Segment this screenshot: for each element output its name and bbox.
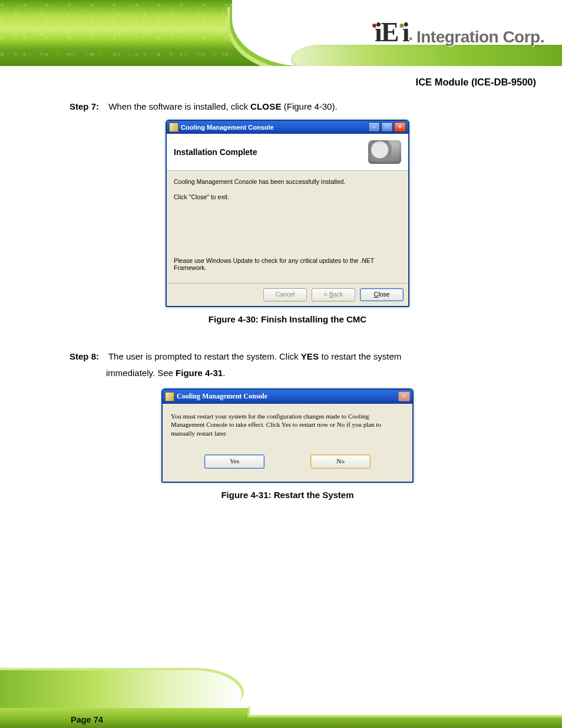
brand-logo: •iE•i. Integration Corp. (371, 17, 544, 48)
logo-tagline: Integration Corp. (416, 28, 544, 47)
step-figure-ref: Figure 4-31 (176, 368, 223, 378)
dialog-message: You must restart your system for the con… (171, 412, 404, 439)
maximize-button[interactable]: □ (381, 122, 393, 132)
titlebar: Cooling Management Console – □ × (167, 121, 408, 134)
step-8: Step 8: The user is prompted to restart … (70, 350, 505, 364)
logo-mark: •iE•i. (371, 17, 412, 48)
back-label: B (329, 291, 333, 298)
figure-caption-2: Figure 4-31: Restart the System (70, 490, 505, 500)
step-bold: C (250, 101, 257, 111)
step-number: Step 7: (70, 100, 106, 114)
installer-window: Cooling Management Console – □ × Install… (166, 120, 409, 307)
step-smallcaps: LOSE (257, 101, 282, 111)
dialog-body: You must restart your system for the con… (163, 404, 412, 482)
step-bold-a: Y (301, 351, 307, 361)
step-smallcaps-a: ES (307, 351, 322, 361)
logo-dot-green: • (399, 17, 404, 34)
cancel-button[interactable]: Cancel (263, 288, 307, 301)
step-text-d: . (223, 368, 225, 378)
page-number: Page 74 (71, 715, 103, 724)
step-text: When the software is installed, click (108, 101, 250, 111)
step-7: Step 7: When the software is installed, … (70, 100, 505, 114)
step-number: Step 8: (70, 350, 106, 364)
bottom-swoosh-left (0, 670, 242, 711)
installer-banner-icon (368, 140, 401, 164)
installer-header: Installation Complete (167, 134, 408, 171)
logo-trailing-dot: . (408, 24, 412, 44)
installer-heading: Installation Complete (174, 147, 257, 157)
installer-line-1: Cooling Management Console has been succ… (174, 178, 401, 185)
dialog-button-row: Yes No (171, 454, 404, 477)
swoosh-secondary (291, 45, 562, 66)
top-banner: •iE•i. Integration Corp. (0, 0, 562, 66)
step-text-tail: (Figure 4-30). (282, 101, 338, 111)
dialog-title: Cooling Management Console (177, 392, 398, 401)
logo-dot-red: • (372, 17, 376, 34)
close-window-button[interactable]: × (398, 391, 410, 401)
step-8-cont: immediately. See Figure 4-31. (70, 367, 505, 380)
figure-caption-1: Figure 4-30: Finish Installing the CMC (70, 314, 505, 324)
window-title: Cooling Management Console (181, 124, 368, 131)
window-controls: – □ × (368, 122, 406, 132)
titlebar: Cooling Management Console × (163, 390, 412, 404)
yes-button[interactable]: Yes (204, 454, 265, 469)
no-button[interactable]: No (310, 454, 371, 469)
logo-text-pre: iE (375, 17, 398, 47)
bottom-swoosh-right (250, 697, 562, 715)
restart-dialog: Cooling Management Console × You must re… (161, 388, 414, 483)
installer-icon (169, 123, 178, 132)
back-arrow: < (324, 291, 329, 298)
document-body: Step 7: When the software is installed, … (70, 100, 505, 526)
bottom-banner: Page 74 (0, 669, 562, 728)
back-button[interactable]: < Back (312, 288, 355, 301)
step-text-b: to restart the system (321, 351, 401, 361)
minimize-button[interactable]: – (368, 122, 380, 132)
installer-note: Please use Windows Update to check for a… (174, 257, 401, 271)
installer-footer: Cancel < Back Close (167, 283, 408, 306)
installer-line-2: Click "Close" to exit. (174, 193, 401, 200)
product-title: ICE Module (ICE-DB-9500) (416, 77, 536, 88)
step-text: The user is prompted to restart the syst… (108, 351, 301, 361)
window-controls: × (398, 391, 410, 401)
close-mnemonic: C (374, 291, 379, 298)
close-window-button[interactable]: × (394, 122, 406, 132)
close-button[interactable]: Close (360, 288, 404, 301)
installer-body: Cooling Management Console has been succ… (167, 171, 408, 283)
installer-icon (165, 392, 174, 401)
step-text-c: immediately. See (106, 368, 176, 378)
